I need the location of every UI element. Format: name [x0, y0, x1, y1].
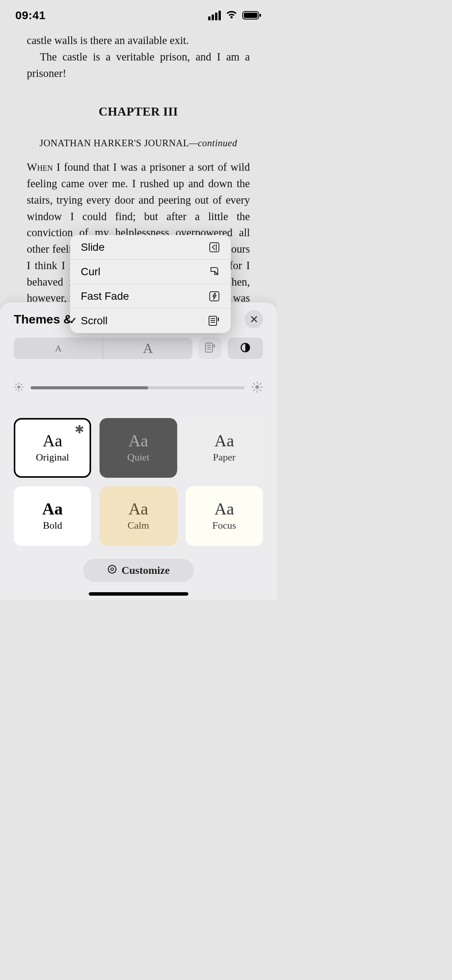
- svg-point-25: [255, 385, 259, 389]
- theme-name: Bold: [43, 520, 62, 531]
- svg-rect-1: [244, 13, 258, 18]
- svg-point-16: [17, 385, 20, 389]
- close-icon: ✕: [250, 313, 258, 326]
- svg-line-33: [260, 383, 261, 385]
- theme-grid: ✱ Aa Original Aa Quiet Aa Paper Aa Bold …: [14, 418, 263, 546]
- page-turn-style-button[interactable]: [199, 338, 222, 359]
- sheet-title: Themes &: [14, 312, 72, 327]
- checkmark-icon: ✓: [70, 315, 77, 326]
- scroll-icon: [208, 315, 220, 327]
- theme-original[interactable]: ✱ Aa Original: [14, 418, 91, 478]
- svg-rect-9: [218, 317, 219, 321]
- sun-bright-icon: [251, 381, 263, 394]
- book-line: The castle is a veritable prison, and I …: [27, 49, 250, 82]
- themes-settings-sheet: Themes & ✕ A A: [0, 302, 277, 600]
- svg-rect-3: [210, 243, 219, 252]
- battery-icon: [242, 11, 261, 20]
- appearance-mode-button[interactable]: [228, 338, 263, 359]
- customize-button[interactable]: Customize: [83, 559, 194, 582]
- slider-fill: [31, 386, 148, 389]
- theme-calm[interactable]: Aa Calm: [100, 486, 177, 546]
- svg-line-41: [114, 572, 115, 572]
- curl-icon: [209, 266, 220, 278]
- scroll-icon: [204, 342, 216, 354]
- font-size-decrease-button[interactable]: A: [14, 338, 103, 359]
- slider-track[interactable]: [31, 386, 245, 389]
- svg-line-23: [16, 389, 16, 390]
- close-button[interactable]: ✕: [245, 310, 263, 328]
- chapter-subtitle: JONATHAN HARKER'S JOURNAL—continued: [27, 138, 250, 149]
- theme-sample-text: Aa: [42, 501, 63, 518]
- svg-line-22: [21, 389, 22, 390]
- theme-bold[interactable]: Aa Bold: [14, 486, 91, 546]
- svg-rect-14: [214, 344, 215, 348]
- menu-item-label: Curl: [81, 266, 100, 278]
- theme-sample-text: Aa: [43, 433, 62, 449]
- slide-icon: [209, 242, 220, 253]
- theme-name: Original: [36, 452, 69, 463]
- theme-quiet[interactable]: Aa Quiet: [100, 418, 177, 478]
- menu-item-curl[interactable]: Curl: [70, 260, 231, 284]
- star-icon: ✱: [75, 423, 84, 436]
- theme-paper[interactable]: Aa Paper: [186, 418, 263, 478]
- svg-line-30: [253, 383, 255, 385]
- svg-line-32: [253, 390, 255, 391]
- status-bar: 09:41: [0, 0, 277, 31]
- theme-name: Quiet: [127, 452, 150, 463]
- menu-item-label: Fast Fade: [81, 290, 129, 302]
- menu-item-slide[interactable]: Slide: [70, 235, 231, 260]
- fast-fade-icon: [209, 291, 220, 302]
- theme-sample-text: Aa: [214, 501, 234, 518]
- svg-rect-2: [259, 14, 261, 17]
- sun-dim-icon: [14, 382, 24, 394]
- gear-icon: [107, 564, 117, 577]
- menu-item-scroll[interactable]: ✓Scroll: [70, 309, 231, 333]
- chapter-heading: CHAPTER III: [27, 105, 250, 119]
- svg-line-31: [260, 390, 261, 391]
- appearance-controls-row: A A: [14, 338, 263, 359]
- theme-focus[interactable]: Aa Focus: [186, 486, 263, 546]
- theme-name: Paper: [213, 452, 235, 463]
- menu-item-label: Scroll: [81, 315, 108, 327]
- theme-sample-text: Aa: [129, 433, 148, 449]
- customize-button-label: Customize: [122, 564, 170, 577]
- menu-item-label: Slide: [81, 241, 104, 253]
- svg-line-40: [109, 566, 109, 567]
- status-indicators: [208, 11, 261, 20]
- home-indicator[interactable]: [89, 592, 188, 596]
- svg-line-21: [16, 384, 16, 385]
- wifi-icon: [225, 11, 238, 20]
- menu-item-fast-fade[interactable]: Fast Fade: [70, 284, 231, 309]
- svg-point-35: [111, 568, 113, 570]
- status-time: 09:41: [15, 9, 46, 22]
- font-size-segmented: A A: [14, 338, 193, 359]
- font-size-increase-button[interactable]: A: [103, 338, 193, 359]
- theme-name: Focus: [212, 520, 236, 531]
- book-line: castle walls is there an available exit.: [27, 33, 250, 49]
- theme-name: Calm: [127, 520, 149, 531]
- svg-line-24: [21, 384, 22, 385]
- brightness-slider[interactable]: [14, 381, 263, 394]
- cellular-icon: [208, 11, 221, 20]
- page-turn-menu: Slide Curl Fast Fade ✓Scroll: [70, 235, 231, 333]
- theme-sample-text: Aa: [214, 433, 234, 449]
- half-circle-icon: [240, 342, 251, 355]
- theme-sample-text: Aa: [129, 501, 148, 518]
- svg-line-43: [114, 566, 115, 567]
- svg-line-42: [109, 572, 109, 572]
